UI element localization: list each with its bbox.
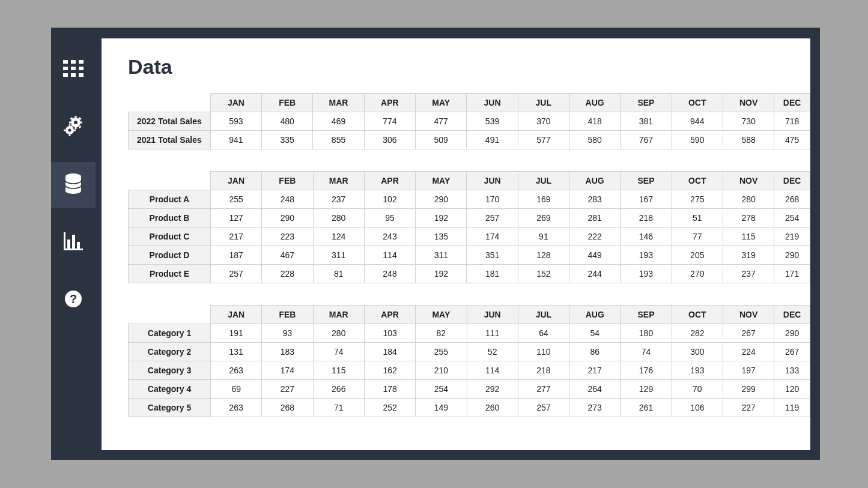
cell[interactable]: 252 [364, 399, 415, 417]
cell[interactable]: 115 [313, 361, 364, 380]
cell[interactable]: 855 [313, 131, 364, 149]
cell[interactable]: 184 [364, 343, 415, 361]
cell[interactable]: 263 [211, 399, 262, 417]
cell[interactable]: 306 [364, 131, 415, 149]
cell[interactable]: 237 [313, 190, 364, 209]
cell[interactable]: 290 [774, 246, 810, 265]
cell[interactable]: 281 [569, 209, 621, 227]
cell[interactable]: 273 [569, 399, 621, 417]
sidebar-item-charts[interactable] [51, 220, 96, 265]
cell[interactable]: 167 [621, 190, 672, 209]
cell[interactable]: 86 [569, 343, 621, 361]
cell[interactable]: 95 [364, 209, 415, 227]
cell[interactable]: 268 [262, 399, 313, 417]
sidebar-item-data[interactable] [51, 162, 96, 208]
cell[interactable]: 290 [262, 209, 313, 227]
cell[interactable]: 275 [672, 190, 723, 209]
cell[interactable]: 169 [518, 190, 569, 209]
cell[interactable]: 381 [621, 112, 672, 131]
cell[interactable]: 469 [313, 112, 364, 131]
cell[interactable]: 222 [569, 227, 621, 246]
cell[interactable]: 300 [672, 343, 723, 361]
cell[interactable]: 218 [518, 361, 569, 380]
cell[interactable]: 299 [723, 380, 774, 399]
cell[interactable]: 268 [774, 190, 810, 209]
cell[interactable]: 267 [774, 343, 810, 361]
cell[interactable]: 103 [364, 324, 415, 343]
cell[interactable]: 257 [467, 209, 518, 227]
cell[interactable]: 280 [723, 190, 774, 209]
cell[interactable]: 280 [313, 324, 364, 343]
cell[interactable]: 217 [210, 227, 261, 246]
cell[interactable]: 127 [210, 209, 261, 227]
cell[interactable]: 223 [262, 227, 313, 246]
cell[interactable]: 237 [723, 265, 774, 283]
cell[interactable]: 181 [467, 265, 518, 283]
cell[interactable]: 102 [364, 190, 415, 209]
cell[interactable]: 539 [467, 112, 518, 131]
cell[interactable]: 418 [569, 112, 620, 131]
cell[interactable]: 257 [210, 265, 261, 283]
cell[interactable]: 228 [262, 265, 313, 283]
cell[interactable]: 335 [262, 131, 313, 149]
cell[interactable]: 178 [364, 380, 415, 399]
cell[interactable]: 149 [416, 399, 467, 417]
cell[interactable]: 254 [774, 209, 810, 227]
cell[interactable]: 730 [723, 112, 774, 131]
sidebar-item-dashboard[interactable] [51, 47, 96, 92]
cell[interactable]: 257 [518, 399, 569, 417]
cell[interactable]: 243 [364, 227, 415, 246]
cell[interactable]: 267 [723, 324, 774, 343]
cell[interactable]: 133 [774, 361, 810, 380]
cell[interactable]: 290 [774, 324, 810, 343]
cell[interactable]: 162 [364, 361, 415, 380]
cell[interactable]: 311 [313, 246, 364, 265]
cell[interactable]: 319 [723, 246, 774, 265]
cell[interactable]: 467 [262, 246, 313, 265]
cell[interactable]: 197 [723, 361, 774, 380]
cell[interactable]: 224 [723, 343, 774, 361]
cell[interactable]: 64 [518, 324, 569, 343]
cell[interactable]: 193 [621, 265, 672, 283]
cell[interactable]: 106 [672, 399, 723, 417]
cell[interactable]: 81 [313, 265, 364, 283]
cell[interactable]: 93 [262, 324, 313, 343]
cell[interactable]: 71 [313, 399, 364, 417]
cell[interactable]: 70 [672, 380, 723, 399]
cell[interactable]: 491 [467, 131, 518, 149]
cell[interactable]: 280 [313, 209, 364, 227]
cell[interactable]: 255 [416, 343, 467, 361]
cell[interactable]: 475 [774, 131, 810, 149]
cell[interactable]: 124 [313, 227, 364, 246]
cell[interactable]: 477 [416, 112, 467, 131]
cell[interactable]: 91 [518, 227, 569, 246]
cell[interactable]: 593 [210, 112, 261, 131]
cell[interactable]: 278 [723, 209, 774, 227]
cell[interactable]: 174 [467, 227, 518, 246]
cell[interactable]: 174 [262, 361, 313, 380]
cell[interactable]: 183 [262, 343, 313, 361]
cell[interactable]: 114 [364, 246, 415, 265]
cell[interactable]: 115 [723, 227, 774, 246]
cell[interactable]: 205 [672, 246, 723, 265]
cell[interactable]: 255 [210, 190, 261, 209]
cell[interactable]: 52 [467, 343, 518, 361]
cell[interactable]: 270 [672, 265, 723, 283]
cell[interactable]: 77 [672, 227, 723, 246]
cell[interactable]: 74 [313, 343, 364, 361]
cell[interactable]: 254 [416, 380, 467, 399]
cell[interactable]: 590 [672, 131, 723, 149]
cell[interactable]: 129 [621, 380, 672, 399]
cell[interactable]: 370 [518, 112, 569, 131]
cell[interactable]: 718 [774, 112, 810, 131]
cell[interactable]: 146 [621, 227, 672, 246]
cell[interactable]: 266 [313, 380, 364, 399]
cell[interactable]: 577 [518, 131, 569, 149]
cell[interactable]: 114 [467, 361, 518, 380]
cell[interactable]: 774 [364, 112, 415, 131]
cell[interactable]: 351 [467, 246, 518, 265]
cell[interactable]: 260 [467, 399, 518, 417]
cell[interactable]: 269 [518, 209, 569, 227]
cell[interactable]: 217 [569, 361, 621, 380]
cell[interactable]: 171 [774, 265, 810, 283]
